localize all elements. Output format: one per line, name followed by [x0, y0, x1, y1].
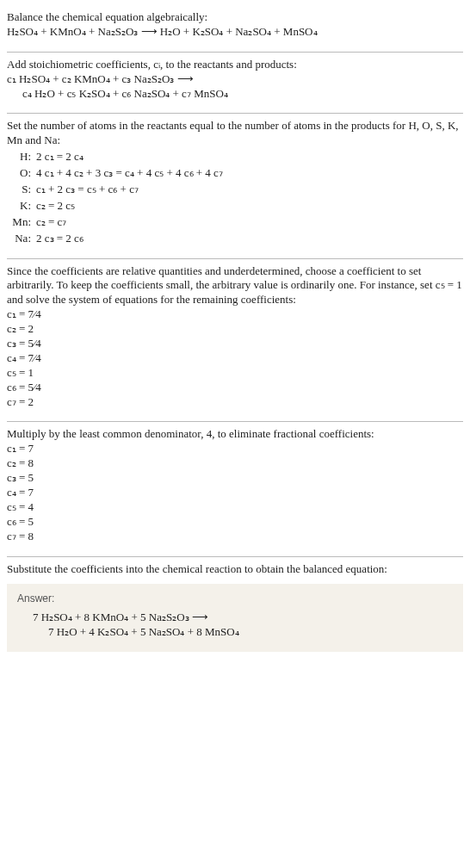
coeff-value: c₃ = 5	[7, 471, 463, 486]
atom-label: H:	[7, 150, 31, 164]
coeff-list-integer: c₁ = 7 c₂ = 8 c₃ = 5 c₄ = 7 c₅ = 4 c₆ = …	[7, 442, 463, 543]
atom-label: O:	[7, 166, 31, 181]
section-solve-integer: Multiply by the least common denominator…	[7, 422, 463, 556]
coeff-value: c₃ = 5⁄4	[7, 337, 463, 351]
atom-equation: 2 c₁ = 2 c₄	[36, 150, 463, 164]
text-lcm-intro: Multiply by the least common denominator…	[7, 427, 463, 442]
answer-label: Answer:	[17, 592, 453, 606]
text-atoms-intro: Set the number of atoms in the reactants…	[7, 119, 463, 148]
text-balance-title: Balance the chemical equation algebraica…	[7, 10, 463, 25]
section-solve-fractional: Since the coefficients are relative quan…	[7, 259, 463, 423]
atom-label: K:	[7, 199, 31, 214]
atom-equation: c₂ = c₇	[36, 215, 463, 230]
coeff-value: c₄ = 7	[7, 486, 463, 500]
section-atoms: Set the number of atoms in the reactants…	[7, 114, 463, 258]
atom-equation: c₂ = 2 c₅	[36, 199, 463, 214]
equation-stoich-lhs: c₁ H₂SO₄ + c₂ KMnO₄ + c₃ Na₂S₂O₃ ⟶	[7, 72, 463, 87]
coeff-value: c₇ = 8	[7, 530, 463, 544]
equation-unbalanced: H₂SO₄ + KMnO₄ + Na₂S₂O₃ ⟶ H₂O + K₂SO₄ + …	[7, 25, 463, 40]
atom-label: Mn:	[7, 215, 31, 230]
coeff-value: c₅ = 1	[7, 366, 463, 381]
coeff-value: c₅ = 4	[7, 500, 463, 515]
answer-equation-lhs: 7 H₂SO₄ + 8 KMnO₄ + 5 Na₂S₂O₃ ⟶	[17, 611, 453, 625]
coeff-value: c₂ = 8	[7, 456, 463, 471]
coeff-value: c₄ = 7⁄4	[7, 351, 463, 366]
answer-box: Answer: 7 H₂SO₄ + 8 KMnO₄ + 5 Na₂S₂O₃ ⟶ …	[7, 584, 463, 652]
section-substitute: Substitute the coefficients into the che…	[7, 557, 463, 579]
coeff-list-fractional: c₁ = 7⁄4 c₂ = 2 c₃ = 5⁄4 c₄ = 7⁄4 c₅ = 1…	[7, 307, 463, 409]
coeff-value: c₆ = 5	[7, 515, 463, 530]
text-solve-intro: Since the coefficients are relative quan…	[7, 264, 463, 308]
coeff-value: c₁ = 7⁄4	[7, 307, 463, 322]
equation-stoich-rhs: c₄ H₂O + c₅ K₂SO₄ + c₆ Na₂SO₄ + c₇ MnSO₄	[7, 87, 463, 102]
coeff-value: c₁ = 7	[7, 442, 463, 456]
atom-equation: 2 c₃ = 2 c₆	[36, 232, 463, 246]
atom-equation: 4 c₁ + 4 c₂ + 3 c₃ = c₄ + 4 c₅ + 4 c₆ + …	[36, 166, 463, 181]
section-stoich: Add stoichiometric coefficients, cᵢ, to …	[7, 53, 463, 115]
atom-equation: c₁ + 2 c₃ = c₅ + c₆ + c₇	[36, 183, 463, 197]
coeff-value: c₆ = 5⁄4	[7, 381, 463, 395]
atom-equations: H: 2 c₁ = 2 c₄ O: 4 c₁ + 4 c₂ + 3 c₃ = c…	[7, 150, 463, 245]
section-balance: Balance the chemical equation algebraica…	[7, 5, 463, 53]
atom-label: S:	[7, 183, 31, 197]
coeff-value: c₇ = 2	[7, 395, 463, 410]
text-substitute: Substitute the coefficients into the che…	[7, 562, 463, 577]
coeff-value: c₂ = 2	[7, 322, 463, 337]
text-stoich-intro: Add stoichiometric coefficients, cᵢ, to …	[7, 58, 463, 72]
atom-label: Na:	[7, 232, 31, 246]
document: Balance the chemical equation algebraica…	[0, 0, 470, 669]
answer-equation-rhs: 7 H₂O + 4 K₂SO₄ + 5 Na₂SO₄ + 8 MnSO₄	[17, 625, 453, 640]
